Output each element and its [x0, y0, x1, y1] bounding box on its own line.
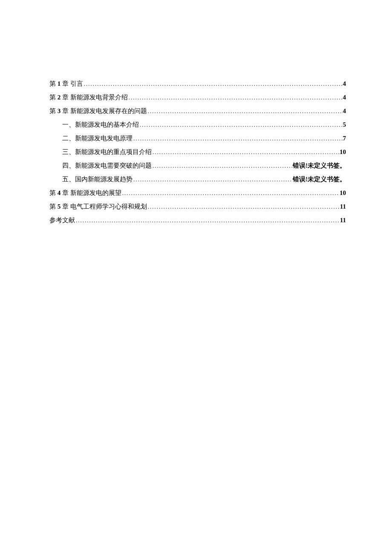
toc-entry-label: 参考文献: [49, 215, 75, 225]
toc-entry-label: 四、新能源发电需要突破的问题: [62, 161, 152, 171]
toc-entry: 五、国内新能源发展趋势错误!未定义书签。: [49, 174, 346, 184]
toc-leader-dots: [83, 80, 343, 88]
toc-entry-label: 第 5 章 电气工程师学习心得和规划: [49, 202, 147, 212]
toc-entry: 第 4 章 新能源发电的展望10: [49, 188, 346, 198]
toc-entry-label: 第 1 章 引言: [49, 79, 83, 89]
toc-entry: 三、新能源发电的重点项目介绍10: [49, 147, 346, 157]
toc-error-text: 错误!未定义书签。: [293, 161, 346, 171]
toc-leader-dots: [139, 121, 343, 129]
toc-page-number: 10: [340, 188, 346, 198]
toc-entry: 二、新能源发电发电原理7: [49, 134, 346, 143]
toc-entry-label: 第 4 章 新能源发电的展望: [49, 188, 121, 198]
toc-leader-dots: [128, 93, 343, 102]
toc-entry: 第 3 章 新能源发电发展存在的问题4: [49, 106, 346, 116]
toc-leader-dots: [152, 148, 340, 157]
toc-page-number: 4: [343, 106, 346, 116]
toc-page-number: 4: [343, 79, 346, 89]
toc-entry-label: 三、新能源发电的重点项目介绍: [62, 147, 152, 157]
toc-leader-dots: [147, 107, 343, 116]
toc-entry: 参考文献11: [49, 215, 346, 225]
toc-entry-label: 五、国内新能源发展趋势: [62, 174, 133, 184]
toc-entry: 第 1 章 引言4: [49, 79, 346, 89]
toc-page-number: 11: [340, 202, 346, 212]
toc-entry: 一、新能源发电的基本介绍5: [49, 120, 346, 130]
toc-entry-label: 第 2 章 新能源发电背景介绍: [49, 93, 128, 102]
toc-entry: 四、新能源发电需要突破的问题错误!未定义书签。: [49, 161, 346, 171]
toc-leader-dots: [152, 162, 293, 170]
toc-page-number: 4: [343, 93, 346, 102]
toc-page-number: 5: [343, 120, 346, 130]
toc-leader-dots: [133, 175, 293, 184]
toc-page-number: 10: [340, 147, 346, 157]
toc-leader-dots: [147, 203, 340, 211]
toc-leader-dots: [133, 134, 343, 143]
toc-page-number: 11: [340, 215, 346, 225]
toc-entry-label: 二、新能源发电发电原理: [62, 134, 133, 143]
toc-page-number: 7: [343, 134, 346, 143]
table-of-contents: 第 1 章 引言4第 2 章 新能源发电背景介绍4第 3 章 新能源发电发展存在…: [49, 79, 346, 225]
document-page: 第 1 章 引言4第 2 章 新能源发电背景介绍4第 3 章 新能源发电发展存在…: [0, 0, 392, 225]
toc-entry: 第 5 章 电气工程师学习心得和规划11: [49, 202, 346, 212]
toc-leader-dots: [121, 189, 340, 198]
toc-leader-dots: [75, 216, 340, 225]
toc-entry-label: 一、新能源发电的基本介绍: [62, 120, 139, 130]
toc-entry-label: 第 3 章 新能源发电发展存在的问题: [49, 106, 147, 116]
toc-error-text: 错误!未定义书签。: [293, 174, 346, 184]
toc-entry: 第 2 章 新能源发电背景介绍4: [49, 93, 346, 102]
